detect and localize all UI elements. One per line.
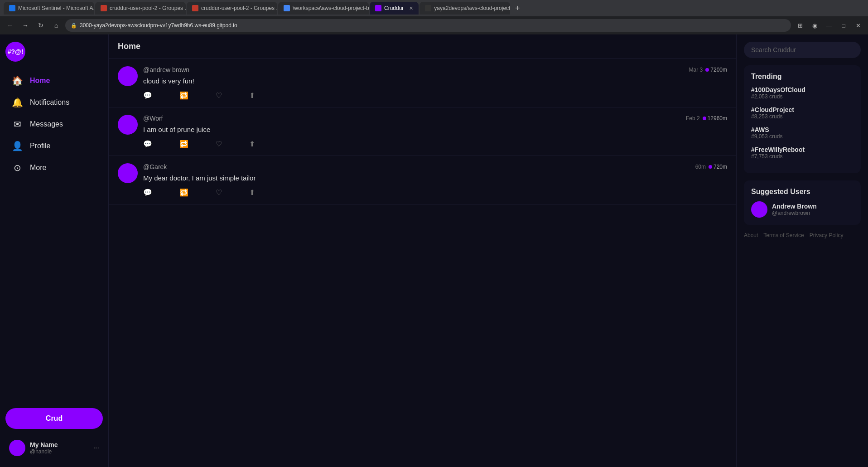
close-button[interactable]: ✕ xyxy=(852,19,864,32)
sidebar-item-profile[interactable]: 👤 Profile xyxy=(5,136,103,156)
tweet-body-1: @andrew brown Mar 3 7200m cloud is very … xyxy=(143,66,727,100)
share-button-3[interactable]: ⬆ xyxy=(249,188,255,197)
tab-cruddur-active[interactable]: Cruddur ✕ xyxy=(370,2,419,15)
trending-item-2[interactable]: #CloudProject #8,253 cruds xyxy=(751,106,854,120)
restore-button[interactable]: □ xyxy=(837,19,850,32)
sidebar-item-more[interactable]: ⊙ More xyxy=(5,158,103,178)
retweet-button-1[interactable]: 🔁 xyxy=(179,91,188,100)
minimize-button[interactable]: — xyxy=(823,19,835,32)
tweet-date-2: Feb 2 xyxy=(686,115,700,122)
crud-dot-1 xyxy=(705,68,709,72)
sidebar-item-messages[interactable]: ✉ Messages xyxy=(5,114,103,134)
trending-count-4: #7,753 cruds xyxy=(751,153,854,160)
reply-button-1[interactable]: 💬 xyxy=(143,91,152,100)
sidebar-item-notifications[interactable]: 🔔 Notifications xyxy=(5,92,103,112)
like-button-1[interactable]: ♡ xyxy=(216,91,222,100)
address-bar-row: ← → ↻ ⌂ 🔒 3000-yaya2devops-awscloudpro-v… xyxy=(0,16,868,34)
tab-cruddur1[interactable]: cruddur-user-pool-2 - Groupes ... ✕ xyxy=(95,2,186,15)
user-handle: @handle xyxy=(30,448,89,455)
tweet-date-1: Mar 3 xyxy=(689,67,703,73)
home-icon: 🏠 xyxy=(12,75,23,86)
reply-button-2[interactable]: 💬 xyxy=(143,140,152,148)
main-feed: Home @andrew brown Mar 3 7200m cloud is … xyxy=(109,34,737,467)
footer-link-about[interactable]: About xyxy=(744,232,758,238)
share-button-1[interactable]: ⬆ xyxy=(249,91,255,100)
like-button-2[interactable]: ♡ xyxy=(216,140,222,148)
footer-link-privacy[interactable]: Privacy Policy xyxy=(810,232,844,238)
address-bar[interactable]: 🔒 3000-yaya2devops-awscloudpro-vv1y7wdh9… xyxy=(65,19,791,32)
tab-sentinel[interactable]: Microsoft Sentinel - Microsoft A... ✕ xyxy=(4,2,94,15)
trending-section: Trending #100DaysOfCloud #2,053 cruds #C… xyxy=(744,65,861,173)
tweet-avatar-2 xyxy=(118,115,138,135)
profile-button[interactable]: ◉ xyxy=(808,19,821,32)
tweet-meta-2: Feb 2 12960m xyxy=(686,115,727,122)
tweet-header-1: @andrew brown Mar 3 7200m xyxy=(143,66,727,73)
trending-item-3[interactable]: #AWS #9,053 cruds xyxy=(751,126,854,140)
tab-sentinel-label: Microsoft Sentinel - Microsoft A... xyxy=(18,5,94,11)
cruddur-active-favicon xyxy=(375,5,381,11)
tweet-card-3: @Garek 60m 720m My dear doctor, I am jus… xyxy=(109,156,736,204)
tweet-card-1: @andrew brown Mar 3 7200m cloud is very … xyxy=(109,59,736,107)
tab-cruddur2[interactable]: cruddur-user-pool-2 - Groupes ... ✕ xyxy=(187,2,277,15)
sidebar-item-home[interactable]: 🏠 Home xyxy=(5,71,103,91)
crud-count-value-1: 7200m xyxy=(710,67,727,73)
crud-dot-2 xyxy=(703,117,706,120)
feed-title: Home xyxy=(118,42,140,51)
crud-count-value-2: 12960m xyxy=(708,115,727,122)
sidebar-logo[interactable]: #?@! xyxy=(5,42,25,62)
home-button[interactable]: ⌂ xyxy=(50,19,63,32)
reply-button-3[interactable]: 💬 xyxy=(143,188,152,197)
tab-github[interactable]: yaya2devops/aws-cloud-project-... ✕ xyxy=(420,2,510,15)
user-more-dots[interactable]: ··· xyxy=(93,444,99,452)
search-input[interactable] xyxy=(744,42,861,58)
bell-icon: 🔔 xyxy=(12,97,23,108)
forward-button[interactable]: → xyxy=(19,19,32,32)
extensions-button[interactable]: ⊞ xyxy=(794,19,806,32)
footer-links: About Terms of Service Privacy Policy xyxy=(744,232,861,238)
like-button-3[interactable]: ♡ xyxy=(216,188,222,197)
retweet-button-3[interactable]: 🔁 xyxy=(179,188,188,197)
sentinel-favicon xyxy=(9,5,15,11)
trending-tag-3: #AWS xyxy=(751,126,854,133)
tab-cruddur-active-close[interactable]: ✕ xyxy=(409,5,413,11)
trending-count-1: #2,053 cruds xyxy=(751,93,854,100)
tweet-text-3: My dear doctor, I am just simple tailor xyxy=(143,173,727,183)
tab-workspace[interactable]: \workspace\aws-cloud-project-b... ✕ xyxy=(278,2,369,15)
workspace-favicon xyxy=(284,5,290,11)
footer-link-tos[interactable]: Terms of Service xyxy=(763,232,804,238)
back-button[interactable]: ← xyxy=(4,19,16,32)
person-icon: 👤 xyxy=(12,141,23,151)
sidebar: #?@! 🏠 Home 🔔 Notifications ✉ Messages 👤… xyxy=(0,34,109,467)
user-profile-bar[interactable]: My Name @handle ··· xyxy=(5,436,103,460)
crud-button[interactable]: Crud xyxy=(5,408,103,429)
cruddur1-favicon xyxy=(101,5,107,11)
suggested-avatar-1 xyxy=(751,201,767,218)
trending-count-2: #8,253 cruds xyxy=(751,113,854,120)
tweet-meta-3: 60m 720m xyxy=(695,164,727,170)
github-favicon xyxy=(425,5,431,11)
tab-github-label: yaya2devops/aws-cloud-project-... xyxy=(434,5,510,11)
trending-item-4[interactable]: #FreeWillyReboot #7,753 cruds xyxy=(751,146,854,160)
tweet-header-2: @Worf Feb 2 12960m xyxy=(143,115,727,122)
tweet-header-3: @Garek 60m 720m xyxy=(143,163,727,170)
tweet-author-3: @Garek xyxy=(143,163,167,170)
sidebar-item-profile-label: Profile xyxy=(30,142,50,150)
suggested-user-1[interactable]: Andrew Brown @andrewbrown xyxy=(751,201,854,218)
tweet-text-1: cloud is very fun! xyxy=(143,76,727,86)
tweet-date-3: 60m xyxy=(695,164,706,170)
retweet-button-2[interactable]: 🔁 xyxy=(179,140,188,148)
logo-text: #?@! xyxy=(8,48,24,55)
cruddur2-favicon xyxy=(192,5,198,11)
trending-item-1[interactable]: #100DaysOfCloud #2,053 cruds xyxy=(751,86,854,100)
tweet-meta-1: Mar 3 7200m xyxy=(689,67,727,73)
tweet-crud-count-2: 12960m xyxy=(703,115,727,122)
tab-cruddur2-label: cruddur-user-pool-2 - Groupes ... xyxy=(201,5,277,11)
reload-button[interactable]: ↻ xyxy=(34,19,47,32)
sidebar-item-notifications-label: Notifications xyxy=(30,98,69,107)
share-button-2[interactable]: ⬆ xyxy=(249,140,255,148)
tweet-actions-3: 💬 🔁 ♡ ⬆ xyxy=(143,188,727,197)
new-tab-button[interactable]: + xyxy=(511,2,524,15)
user-info: My Name @handle xyxy=(30,441,89,455)
tweet-actions-2: 💬 🔁 ♡ ⬆ xyxy=(143,140,727,148)
tweet-card-2: @Worf Feb 2 12960m I am out of prune jui… xyxy=(109,107,736,156)
